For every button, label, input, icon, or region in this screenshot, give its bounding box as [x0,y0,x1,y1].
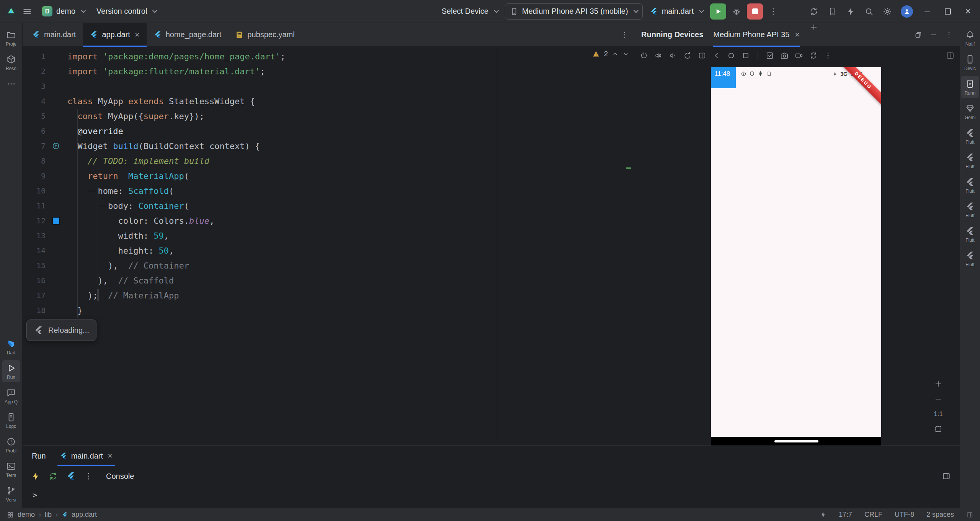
breadcrumb-item[interactable]: lib [45,511,52,519]
run-tab-main-dart[interactable]: main.dart × [57,446,115,466]
tool-window-button-flutter-outline[interactable]: Flutt [961,125,979,147]
zoom-in-button[interactable] [934,380,942,388]
tool-window-button-project[interactable]: Proje [2,27,20,49]
device-manager-button[interactable] [824,3,840,20]
snapshot-button[interactable] [766,51,774,60]
file-encoding[interactable]: UTF-8 [895,511,914,519]
device-tab[interactable]: Medium Phone API 35 × [713,23,800,46]
more-run-actions-button[interactable] [765,3,781,20]
inspection-widget[interactable]: 2 [592,50,629,58]
minimize-button[interactable]: – [918,0,936,23]
power-button[interactable] [640,51,648,60]
open-devtools-button[interactable] [66,472,75,481]
code-line-8[interactable]: 8 // TODO: implement build [23,154,634,169]
breadcrumb-item[interactable]: app.dart [72,511,97,519]
code-line-18[interactable]: 18 } [23,303,634,318]
float-window-button[interactable] [915,31,922,39]
gradle-sync-button[interactable] [806,3,822,20]
code-editor[interactable]: 1import 'package:demo/pages/home_page.da… [23,47,634,446]
next-problem-button[interactable] [622,51,629,57]
code-line-10[interactable]: 10 home: Scaffold( [23,183,634,198]
hot-restart-button[interactable] [49,472,58,481]
avatar[interactable] [901,5,913,18]
tool-window-button-version-control[interactable]: Versi [2,483,20,505]
code-line-16[interactable]: 16 ), // Scaffold [23,273,634,288]
version-control-menu[interactable]: Version control [92,3,161,20]
prev-problem-button[interactable] [612,51,619,57]
tool-window-button-terminal[interactable]: Term [2,458,20,480]
add-device-button[interactable] [810,23,818,31]
color-preview-gutter-icon[interactable] [52,217,60,224]
hot-reload-button[interactable] [31,472,40,481]
maximize-button[interactable] [939,0,957,23]
rotate-button[interactable] [683,51,692,60]
code-line-15[interactable]: 15 ), // Container [23,258,634,273]
volume-up-button[interactable] [654,51,663,60]
tool-window-button-run[interactable]: Run [2,360,20,382]
editor-tab-main-dart[interactable]: main.dart [25,23,83,46]
code-line-2[interactable]: 2import 'package:flutter/material.dart'; [23,64,634,79]
debug-button[interactable] [728,3,745,20]
screenshot-button[interactable] [780,51,789,60]
tool-window-button-more-tool-windows[interactable] [2,76,20,91]
zoom-reset-button[interactable]: 1:1 [934,410,943,418]
close-button[interactable]: × [959,0,977,23]
console-output[interactable]: > [23,487,960,508]
search-everywhere-button[interactable] [861,3,877,20]
code-line-11[interactable]: 11 body: Container( [23,198,634,213]
code-line-4[interactable]: 4class MyApp extends StatelessWidget { [23,94,634,109]
code-line-12[interactable]: 12 color: Colors.blue, [23,213,634,228]
tab-options-button[interactable] [620,31,629,39]
close-icon[interactable]: × [795,31,800,39]
tool-window-button-logcat[interactable]: Logc [2,409,20,431]
close-icon[interactable]: × [135,31,140,39]
panel-options-button[interactable] [945,31,953,39]
run-configuration-selector[interactable]: main.dart [645,3,708,20]
tool-window-button-notifications[interactable]: Notif [961,27,979,49]
device-screen[interactable]: 11:48 3G DEBUG [711,67,881,446]
code-line-7[interactable]: 7 Widget build(BuildContext context) { [23,139,634,154]
tool-window-button-flutter-property-editor[interactable]: Flutt [961,198,979,221]
tool-window-button-resource-manager[interactable]: Reso [2,51,20,74]
line-separator[interactable]: CRLF [864,511,882,519]
display-mode-button[interactable] [946,51,954,60]
device-selector[interactable]: Medium Phone API 35 (mobile) [505,3,643,20]
screen-record-button[interactable] [795,51,803,60]
tool-window-button-flutter-deep-links[interactable]: Flutt [961,247,979,270]
code-line-14[interactable]: 14 height: 50, [23,243,634,258]
more-options-button[interactable] [84,472,93,481]
breadcrumb-item[interactable]: demo [18,511,35,519]
tool-window-button-flutter-devtools[interactable]: Flutt [961,223,979,245]
indent-style[interactable]: 2 spaces [926,511,954,519]
profiler-button[interactable] [843,3,859,20]
override-gutter-icon[interactable] [52,142,60,150]
back-button[interactable] [712,51,721,60]
more-vert-button[interactable] [824,51,832,60]
settings-button[interactable] [879,3,895,20]
code-line-17[interactable]: 17 ); // MaterialApp [23,288,634,303]
tool-window-button-dart-analysis[interactable]: Dart [2,336,20,358]
select-device-dropdown[interactable]: Select Device [437,3,503,20]
overview-button[interactable] [742,51,750,60]
code-line-9[interactable]: 9 return MaterialApp( [23,169,634,183]
zoom-out-button[interactable] [934,395,942,403]
restart-button[interactable] [809,51,818,60]
tool-window-button-problems[interactable]: Probl [2,434,20,456]
code-line-6[interactable]: 6 @override [23,124,634,139]
screen-layout-icon[interactable] [966,511,973,518]
tool-window-button-flutter-performance[interactable]: Flutt [961,174,979,196]
tool-window-button-flutter-inspector[interactable]: Flutt [961,149,979,172]
run-button[interactable] [710,3,726,20]
code-line-3[interactable]: 3 [23,79,634,94]
close-icon[interactable]: × [108,452,113,460]
fold-button[interactable] [698,51,706,60]
editor-tab-pubspec-yaml[interactable]: pubspec.yaml [228,23,301,46]
code-line-5[interactable]: 5 const MyApp({super.key}); [23,109,634,124]
editor-tab-app-dart[interactable]: app.dart× [83,23,146,46]
caret-position[interactable]: 17:7 [839,511,852,519]
home-button[interactable] [727,51,735,60]
console-tab[interactable]: Console [106,472,134,481]
layout-settings-button[interactable] [942,472,951,480]
volume-down-button[interactable] [669,51,677,60]
tool-window-button-device-manager[interactable]: Devic [961,51,979,74]
